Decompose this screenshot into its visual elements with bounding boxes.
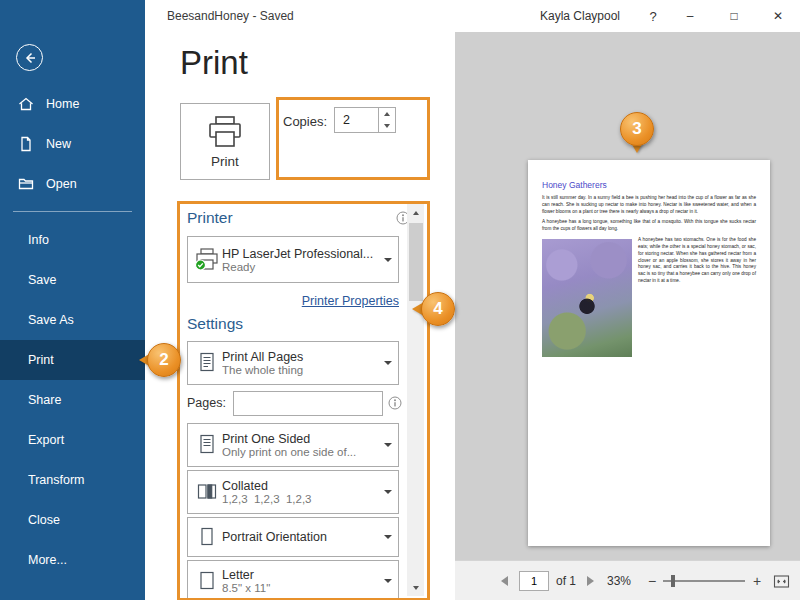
zoom-level-label[interactable]: 33%: [607, 561, 631, 600]
print-range-dropdown[interactable]: Print All Pages The whole thing: [187, 341, 399, 385]
back-arrow-icon: [23, 51, 37, 65]
dropdown-sublabel: Only print on one side of...: [222, 446, 378, 458]
dropdown-label: Print One Sided: [222, 432, 378, 446]
sidebar-divider: [13, 211, 132, 212]
scrollbar-thumb[interactable]: [409, 223, 423, 301]
home-icon: [18, 96, 34, 112]
zoom-out-button[interactable]: −: [648, 561, 656, 600]
document-title: BeesandHoney - Saved: [167, 9, 294, 23]
sidebar-item-label: New: [46, 137, 71, 151]
sidebar-item-save-as[interactable]: Save As: [0, 300, 145, 340]
zoom-slider-thumb[interactable]: [671, 575, 675, 587]
print-all-pages-icon: [192, 352, 222, 374]
orientation-dropdown[interactable]: Portrait Orientation: [187, 517, 399, 557]
backstage-sidebar: Home New Open Info Save Save As Print Sh…: [0, 0, 145, 600]
sidebar-item-info[interactable]: Info: [0, 220, 145, 260]
letter-paper-icon: [192, 570, 222, 592]
sidebar-item-export[interactable]: Export: [0, 420, 145, 460]
dropdown-label: Collated: [222, 479, 378, 493]
printer-ready-icon: [192, 248, 222, 272]
document-paragraph: A honeybee has a long tongue, something …: [542, 219, 756, 233]
printer-select-dropdown[interactable]: HP LaserJet Professional... Ready: [187, 236, 399, 283]
sidebar-item-print[interactable]: Print: [0, 340, 145, 380]
settings-scrollbar[interactable]: [407, 204, 424, 596]
sidebar-item-label: Home: [46, 97, 79, 111]
pages-label: Pages:: [187, 396, 226, 410]
pages-info-icon[interactable]: [388, 396, 402, 414]
pages-input[interactable]: [233, 391, 383, 416]
printer-properties-link[interactable]: Printer Properties: [187, 294, 399, 308]
zoom-slider[interactable]: [663, 580, 745, 582]
chevron-down-icon: [378, 361, 398, 365]
previous-page-button[interactable]: [501, 561, 508, 600]
maximize-button[interactable]: □: [712, 0, 756, 32]
printer-section-heading: Printer: [187, 209, 233, 227]
copies-stepper[interactable]: [334, 107, 396, 133]
chevron-down-icon: [378, 258, 398, 262]
open-folder-icon: [18, 176, 34, 192]
copies-increment-button[interactable]: [379, 108, 395, 120]
document-heading: Honey Gatherers: [542, 180, 756, 190]
page-count-label: of 1: [556, 561, 576, 600]
document-image-bee-on-lavender: [542, 239, 632, 357]
sidebar-item-close[interactable]: Close: [0, 500, 145, 540]
new-document-icon: [18, 136, 34, 152]
back-button[interactable]: [16, 44, 43, 71]
page-title: Print: [180, 44, 248, 82]
down-arrow-icon: [384, 124, 390, 128]
collated-icon: [192, 481, 222, 503]
dropdown-sublabel: 1,2,3 1,2,3 1,2,3: [222, 493, 378, 505]
next-page-button[interactable]: [587, 561, 594, 600]
zoom-to-page-button[interactable]: [773, 561, 790, 600]
dropdown-label: Print All Pages: [222, 350, 378, 364]
sidebar-item-share[interactable]: Share: [0, 380, 145, 420]
copies-label: Copies:: [283, 114, 327, 129]
print-button[interactable]: Print: [180, 103, 270, 180]
document-paragraph: It is still summer day. In a sunny field…: [542, 195, 756, 215]
settings-section-heading: Settings: [187, 315, 243, 333]
copies-input[interactable]: [335, 108, 378, 132]
document-preview-page: Honey Gatherers It is still summer day. …: [528, 160, 770, 546]
portrait-orientation-icon: [192, 526, 222, 548]
down-arrow-icon: [413, 586, 419, 590]
help-button[interactable]: ?: [638, 9, 668, 24]
sidebar-item-new[interactable]: New: [0, 124, 145, 164]
sidebar-item-transform[interactable]: Transform: [0, 460, 145, 500]
up-arrow-icon: [413, 211, 419, 215]
dropdown-sublabel: The whole thing: [222, 364, 378, 376]
callout-step-4: 4: [421, 292, 455, 326]
preview-statusbar: of 1 33% − +: [455, 560, 800, 600]
up-arrow-icon: [384, 112, 390, 116]
next-page-icon: [587, 576, 594, 586]
duplex-dropdown[interactable]: Print One Sided Only print on one side o…: [187, 423, 399, 467]
chevron-down-icon: [378, 490, 398, 494]
paper-size-dropdown[interactable]: Letter 8.5" x 11": [187, 560, 399, 600]
sidebar-item-home[interactable]: Home: [0, 84, 145, 124]
minimize-button[interactable]: –: [668, 0, 712, 32]
collation-dropdown[interactable]: Collated 1,2,3 1,2,3 1,2,3: [187, 470, 399, 514]
dropdown-label: Letter: [222, 568, 378, 582]
titlebar: BeesandHoney - Saved Kayla Claypool ? – …: [145, 0, 800, 32]
sidebar-item-label: Open: [46, 177, 77, 191]
dropdown-sublabel: 8.5" x 11": [222, 582, 378, 594]
print-one-sided-icon: [192, 434, 222, 456]
close-button[interactable]: ✕: [756, 0, 800, 32]
chevron-down-icon: [378, 443, 398, 447]
chevron-down-icon: [378, 535, 398, 539]
dropdown-label: Portrait Orientation: [222, 530, 378, 544]
scroll-down-button[interactable]: [407, 579, 424, 596]
account-user-name[interactable]: Kayla Claypool: [540, 9, 620, 23]
printer-name: HP LaserJet Professional...: [222, 247, 378, 261]
sidebar-item-more[interactable]: More...: [0, 540, 145, 580]
printer-icon: [205, 115, 245, 149]
scroll-up-button[interactable]: [407, 204, 424, 221]
current-page-input[interactable]: [519, 571, 549, 591]
sidebar-item-open[interactable]: Open: [0, 164, 145, 204]
copies-decrement-button[interactable]: [379, 120, 395, 132]
previous-page-icon: [501, 576, 508, 586]
printer-status: Ready: [222, 261, 378, 273]
zoom-to-page-icon: [773, 574, 790, 589]
zoom-in-button[interactable]: +: [753, 561, 761, 600]
sidebar-item-save[interactable]: Save: [0, 260, 145, 300]
word-backstage-print-window: Home New Open Info Save Save As Print Sh…: [0, 0, 800, 600]
